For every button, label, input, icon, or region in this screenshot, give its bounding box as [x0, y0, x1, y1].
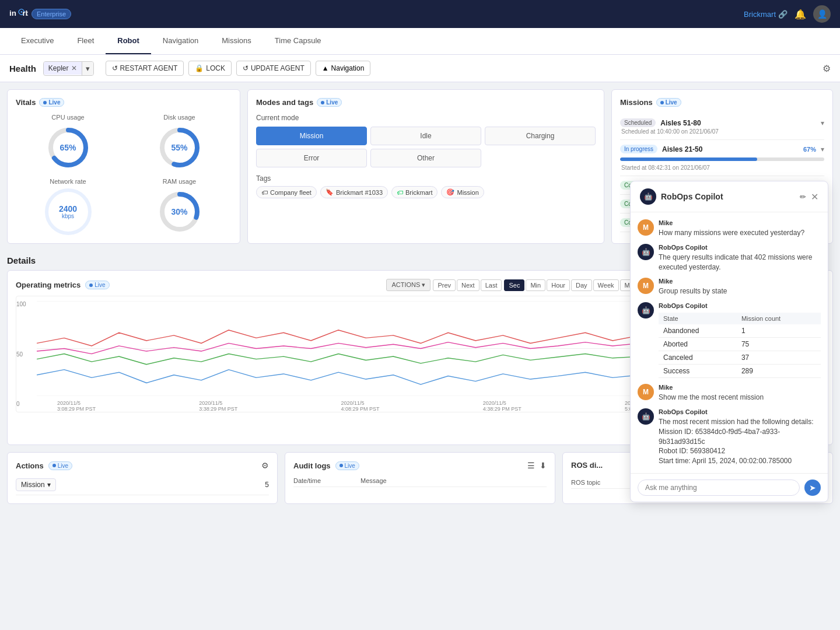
chart-x-labels: 2020/11/53:08:29 PM PST 2020/11/53:38:29…	[37, 400, 684, 412]
msg-content-5: RobOps Copilot The most recent mission h…	[659, 408, 821, 466]
mode-charging-button[interactable]: Charging	[485, 127, 596, 145]
vitals-grid: CPU usage 65% Disk usage	[16, 114, 232, 235]
lock-icon: 🔒	[195, 64, 204, 72]
msg-name-0: Mike	[659, 219, 821, 226]
count-aborted: 75	[737, 338, 821, 351]
notification-icon[interactable]: 🔔	[794, 9, 806, 20]
x-label-2: 2020/11/54:08:29 PM PST	[341, 400, 379, 412]
mode-error-button[interactable]: Error	[256, 149, 367, 167]
tab-robot[interactable]: Robot	[106, 28, 151, 54]
action-type-select[interactable]: Mission ▾	[16, 478, 56, 491]
vitals-title: Vitals Live	[16, 98, 232, 107]
operating-metrics-card: Operating metrics Live ACTIONS ▾ Prev Ne…	[7, 270, 698, 445]
tag-brickmart-1033: 🔖 Brickmart #1033	[320, 186, 388, 198]
robot-tag-remove[interactable]: ✕	[71, 64, 77, 72]
actions-card: Actions Live ⚙ Mission ▾ 5	[7, 452, 278, 504]
msg-content-3: RobOps Copilot State Mission count Aband…	[659, 302, 821, 378]
mission-expand-0[interactable]: ▾	[821, 119, 824, 127]
restart-agent-button[interactable]: ↺ RESTART AGENT	[106, 61, 184, 76]
time-nav-buttons: Prev Next Last	[433, 279, 502, 291]
copilot-avatar-2: 🤖	[638, 408, 654, 425]
tag-brickmart-icon: 🔖	[326, 188, 334, 196]
msg-content-0: Mike How many missions were executed yes…	[659, 219, 821, 238]
tab-missions[interactable]: Missions	[210, 28, 263, 54]
settings-gear-button[interactable]: ⚙	[822, 63, 831, 74]
action-count: 5	[265, 481, 269, 489]
message-4: M Mike Show me the most recent mission	[638, 384, 821, 402]
audit-download-button[interactable]: ⬇	[540, 461, 547, 470]
tab-navigation[interactable]: Navigation	[151, 28, 210, 54]
tag-company-fleet: 🏷 Company fleet	[256, 186, 317, 198]
tag-brickmart-label: Brickmart	[405, 189, 432, 196]
vitals-card: Vitals Live CPU usage 65%	[7, 89, 240, 244]
modes-card: Modes and tags Live Current mode Mission…	[247, 89, 604, 244]
mission-sub-0: Scheduled at 10:40:00 on 2021/06/07	[620, 128, 824, 135]
copilot-close-button[interactable]: ✕	[811, 191, 818, 202]
mode-idle-button[interactable]: Idle	[370, 127, 481, 145]
action-type-label: Mission	[21, 481, 45, 489]
robot-selector: Kepler ✕ ▾	[43, 61, 94, 76]
x-label-0: 2020/11/53:08:29 PM PST	[57, 400, 96, 412]
interval-min[interactable]: Min	[526, 279, 545, 291]
msg-content-1: RobOps Copilot The query results indicat…	[659, 244, 821, 272]
network-value: 2400	[59, 205, 77, 213]
ram-label: RAM usage	[163, 178, 196, 185]
interval-hour[interactable]: Hour	[547, 279, 570, 291]
x-label-1: 2020/11/53:38:29 PM PST	[199, 400, 237, 412]
msg-text-4: Show me the most recent mission	[659, 393, 821, 402]
current-mode-label: Current mode	[256, 114, 596, 122]
y-label-0: 0	[16, 401, 34, 407]
svg-text:rbit: rbit	[22, 8, 28, 17]
mission-expand-1[interactable]: ▾	[821, 145, 824, 153]
svg-point-1	[21, 11, 23, 13]
tag-mission-icon: 🎯	[446, 188, 454, 196]
lock-button[interactable]: 🔒 LOCK	[188, 61, 232, 76]
health-bar: Health Kepler ✕ ▾ ↺ RESTART AGENT 🔒 LOCK…	[0, 55, 840, 82]
copilot-title: RobOps Copilot	[661, 192, 795, 201]
disk-value: 55%	[171, 143, 187, 152]
interval-week[interactable]: Week	[593, 279, 619, 291]
mission-sub-1: Started at 08:42:31 on 2021/06/07	[620, 164, 824, 171]
actions-settings-button[interactable]: ⚙	[261, 461, 269, 470]
robot-dropdown[interactable]: ▾	[82, 62, 93, 75]
actions-header: Actions Live ⚙	[16, 461, 269, 470]
metrics-header: Operating metrics Live ACTIONS ▾ Prev Ne…	[16, 279, 689, 291]
cpu-donut: 65%	[45, 124, 92, 171]
audit-filter-button[interactable]: ☰	[527, 461, 535, 470]
table-header-count: Mission count	[737, 313, 821, 324]
navigation-button[interactable]: ▲ Navigation	[316, 61, 371, 76]
actions-dropdown-button[interactable]: ACTIONS ▾	[386, 279, 430, 291]
copilot-edit-button[interactable]: ✏	[800, 192, 806, 201]
message-3: 🤖 RobOps Copilot State Mission count Aba…	[638, 302, 821, 378]
missions-live-badge: Live	[656, 98, 681, 107]
mode-mission-button[interactable]: Mission	[256, 127, 367, 145]
mike-avatar-1: M	[638, 278, 654, 294]
interval-sec[interactable]: Sec	[504, 279, 524, 291]
copilot-header: 🤖 RobOps Copilot ✏ ✕	[631, 181, 828, 212]
state-success: Success	[659, 365, 737, 378]
restart-icon: ↺	[112, 64, 118, 72]
ros-col-topic: ROS topic	[571, 479, 600, 486]
user-avatar[interactable]: 👤	[813, 5, 831, 23]
tab-fleet[interactable]: Fleet	[65, 28, 106, 54]
update-agent-button[interactable]: ↺ UPDATE AGENT	[236, 61, 311, 76]
health-actions: ↺ RESTART AGENT 🔒 LOCK ↺ UPDATE AGENT ▲ …	[106, 61, 371, 76]
prev-button[interactable]: Prev	[433, 279, 456, 291]
disk-donut: 55%	[156, 124, 203, 171]
copilot-panel: 🤖 RobOps Copilot ✏ ✕ M Mike How many mis…	[630, 181, 828, 502]
tab-executive[interactable]: Executive	[9, 28, 65, 54]
copilot-input[interactable]	[638, 480, 800, 496]
top-right-actions: Brickmart 🔗 🔔 👤	[744, 5, 831, 23]
msg-content-4: Mike Show me the most recent mission	[659, 384, 821, 402]
tag-mission: 🎯 Mission	[441, 186, 484, 198]
brickmart-link[interactable]: Brickmart 🔗	[744, 10, 788, 19]
interval-day[interactable]: Day	[571, 279, 592, 291]
actions-title: Actions	[16, 461, 44, 470]
message-1: 🤖 RobOps Copilot The query results indic…	[638, 244, 821, 272]
next-button[interactable]: Next	[457, 279, 480, 291]
mode-other-button[interactable]: Other	[370, 149, 481, 167]
last-button[interactable]: Last	[481, 279, 502, 291]
copilot-send-button[interactable]: ➤	[804, 480, 821, 496]
robot-tag: Kepler ✕	[44, 62, 82, 75]
tab-time-capsule[interactable]: Time Capsule	[263, 28, 333, 54]
